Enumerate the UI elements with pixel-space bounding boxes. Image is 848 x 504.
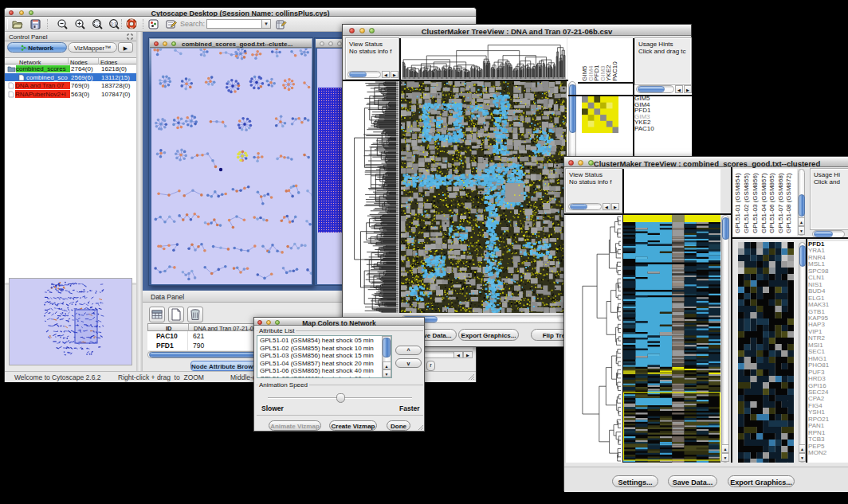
svg-text:1:1: 1:1 (111, 21, 116, 26)
